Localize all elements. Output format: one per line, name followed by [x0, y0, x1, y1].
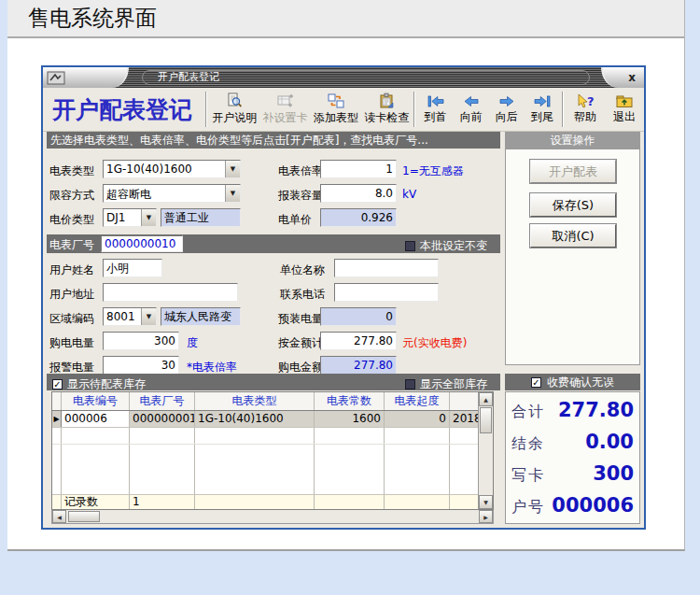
price-type-code: DJ1 — [104, 209, 141, 226]
checkbox-checked-icon[interactable]: ✓ — [52, 379, 63, 390]
grid-header-row: 电表编号 电表厂号 电表类型 电表常数 电表起度 — [52, 392, 478, 411]
form-row: 电表类型 1G-10(40)1600 ▼ 电表倍率 1=无互感器 — [47, 160, 500, 180]
checkbox-unchecked-icon[interactable] — [405, 241, 415, 251]
exit-button[interactable]: 退出 — [605, 93, 644, 125]
ratio-input[interactable] — [320, 160, 397, 178]
horizontal-scrollbar[interactable]: ◀ ▶ — [51, 510, 494, 524]
grid-col-header[interactable]: 电表类型 — [195, 392, 315, 410]
vscroll-thumb[interactable] — [480, 407, 492, 433]
grid-col-header[interactable]: 电表常数 — [315, 392, 385, 410]
show-all-checkbox[interactable]: 显示全部库存 — [405, 376, 487, 392]
grid-col-header[interactable]: 电表厂号 — [130, 392, 195, 410]
toolbar-button-label: 退出 — [613, 109, 636, 125]
price-type-select[interactable]: DJ1 ▼ — [103, 208, 157, 227]
setup-operations-header: 设置操作 — [505, 132, 640, 149]
grid-col-header[interactable]: 电表起度 — [385, 392, 450, 410]
toolbar-button-label: 向后 — [496, 109, 518, 125]
summary-row-write-card: 写卡 300 — [511, 462, 634, 486]
form-row: 购电电量 度 按金额计 元(实收电费) — [47, 332, 500, 352]
checkbox-checked-icon[interactable]: ✓ — [531, 377, 541, 388]
table-row[interactable]: ▶ 000006 0000000010 1G-10(40)1600 1600 0… — [52, 411, 478, 428]
form-row: 电价类型 DJ1 ▼ 电单价 — [47, 208, 500, 229]
price-type-desc-field — [161, 208, 241, 227]
vertical-scrollbar[interactable]: ▲ ▼ — [478, 392, 493, 509]
purchase-qty-note: 度 — [187, 335, 198, 351]
page-title: 售电系统界面 — [28, 4, 157, 33]
instruction-bar: 先选择电表类型、电表倍率、电价类型等后点击[开户配表]，查找电表厂号... — [47, 132, 500, 149]
org-name-label: 单位名称 — [280, 262, 325, 278]
amount-calc-note: 元(实收电费) — [402, 335, 467, 351]
grid-col-header[interactable]: 电表编号 — [62, 392, 130, 410]
chevron-down-icon[interactable]: ▼ — [141, 209, 156, 226]
purchase-qty-input[interactable] — [103, 332, 179, 350]
cell-constant: 1600 — [315, 411, 385, 427]
batch-fixed-label: 本批设定不变 — [420, 238, 487, 254]
limit-mode-select[interactable]: 超容断电 ▼ — [103, 184, 241, 203]
vscroll-track[interactable] — [479, 434, 493, 495]
help-button[interactable]: ? 帮助 — [566, 93, 605, 125]
scroll-left-icon[interactable]: ◀ — [52, 510, 66, 523]
save-button[interactable]: 保存(S) — [530, 193, 616, 217]
chevron-down-icon[interactable]: ▼ — [225, 161, 240, 177]
region-code-select[interactable]: 8001 ▼ — [103, 307, 157, 326]
hscroll-thumb[interactable] — [68, 511, 100, 522]
open-help-button[interactable]: 开户说明 — [209, 92, 259, 126]
arrow-right-icon — [497, 94, 516, 108]
form-row: 限容方式 超容断电 ▼ 报装容量 kV — [47, 184, 500, 205]
grid-columns: 电表编号 电表厂号 电表类型 电表常数 电表起度 ▶ 000006 000000… — [52, 392, 478, 509]
add-meter-type-button[interactable]: 添加表型 — [311, 92, 361, 126]
go-first-button[interactable]: 到首 — [417, 94, 453, 125]
unit-price-field — [320, 208, 397, 227]
open-account-button[interactable]: 开户配表 — [530, 160, 616, 183]
scroll-right-icon[interactable]: ▶ — [479, 510, 493, 523]
factory-no-bar: 电表厂号 本批设定不变 — [47, 234, 500, 253]
region-code-label: 区域编码 — [49, 311, 94, 327]
region-code-value: 8001 — [104, 308, 141, 325]
cell-meter-no: 000006 — [62, 411, 130, 427]
chevron-down-icon[interactable]: ▼ — [225, 185, 240, 202]
address-input[interactable] — [103, 283, 238, 302]
scroll-down-icon[interactable]: ▼ — [479, 495, 493, 509]
meter-type-select[interactable]: 1G-10(40)1600 ▼ — [103, 160, 241, 178]
go-prev-button[interactable]: 向前 — [454, 94, 489, 125]
page-header: 售电系统界面 — [7, 0, 684, 38]
amount-calc-input[interactable] — [320, 332, 397, 350]
chevron-down-icon[interactable]: ▼ — [141, 308, 156, 325]
arrow-first-icon — [427, 94, 445, 108]
dialog-body: 先选择电表类型、电表倍率、电价类型等后点击[开户配表]，查找电表厂号... 电表… — [43, 132, 644, 528]
go-next-button[interactable]: 向后 — [489, 94, 525, 125]
phone-input[interactable] — [334, 283, 439, 302]
grid-selector-header — [52, 392, 62, 410]
capacity-input[interactable] — [320, 184, 397, 203]
titlebar-close-area: x — [601, 67, 644, 88]
ratio-label: 电表倍率 — [278, 163, 323, 179]
checkbox-unchecked-icon[interactable] — [405, 379, 415, 390]
address-label: 用户地址 — [49, 287, 94, 303]
meter-stock-grid: 电表编号 电表厂号 电表类型 电表常数 电表起度 ▶ 000006 000000… — [51, 391, 494, 510]
cell-start: 0 — [385, 411, 450, 427]
reissue-card-button[interactable]: 补设置卡 — [259, 92, 310, 126]
factory-no-input[interactable] — [101, 235, 183, 252]
grid-col-header[interactable] — [450, 392, 478, 410]
alarm-qty-input[interactable] — [103, 356, 179, 375]
limit-mode-label: 限容方式 — [49, 188, 94, 204]
show-pending-checkbox[interactable]: ✓ 显示待配表库存 — [52, 376, 146, 392]
scroll-up-icon[interactable]: ▲ — [479, 392, 493, 406]
go-last-button[interactable]: 到尾 — [525, 94, 560, 125]
phone-label: 联系电话 — [280, 287, 325, 303]
titlebar-tab — [43, 67, 129, 88]
price-type-label: 电价类型 — [49, 212, 94, 228]
cancel-button[interactable]: 取消(C) — [530, 224, 616, 248]
read-card-check-button[interactable]: 读卡检查 — [361, 92, 412, 126]
toolbar-separator — [562, 92, 564, 127]
close-icon[interactable]: x — [628, 72, 636, 83]
region-desc-field — [161, 307, 241, 326]
hscroll-track[interactable] — [102, 510, 479, 523]
record-count-label: 记录数 — [62, 495, 130, 509]
batch-fixed-checkbox[interactable]: 本批设定不变 — [405, 238, 487, 254]
user-name-input[interactable] — [103, 259, 162, 277]
preload-field — [320, 307, 397, 326]
clipboard-icon — [377, 92, 396, 109]
factory-no-label: 电表厂号 — [49, 237, 94, 253]
org-name-input[interactable] — [334, 259, 439, 277]
